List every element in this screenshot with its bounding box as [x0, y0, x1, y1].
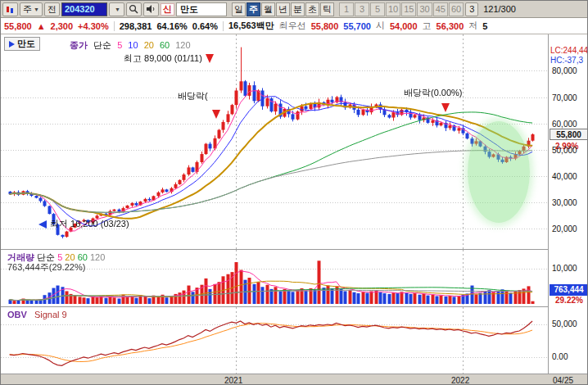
obv-panel: OBV Signal 9 [1, 306, 548, 374]
stock-name: 만도 [176, 2, 227, 16]
best-quote-label: 최우선 [279, 20, 306, 32]
minute-10-button[interactable]: 10 [386, 2, 400, 16]
period-minute-button[interactable]: 분 [291, 2, 305, 16]
minute-60-button[interactable]: 60 [449, 2, 464, 16]
lc-label: LC:244,44 [550, 46, 588, 55]
volume-current-text: 763,444주(29.22%) [7, 261, 85, 274]
year-label-2021: 2021 [224, 376, 242, 385]
code-dropdown-button[interactable]: ▼ [109, 2, 124, 16]
volume-panel: 거래량 단순 5 20 60 120 763,444주(29.22%) [1, 249, 548, 306]
price-axis-label: 70,000 [552, 93, 577, 102]
price-axis-label: 60,000 [552, 120, 577, 129]
obv-label: OBV [7, 310, 27, 319]
minute-preset-buttons: 1 3 5 10 15 30 45 60 [339, 2, 464, 16]
price-chart-canvas[interactable] [1, 34, 548, 249]
end-date-label: 04/25 [553, 376, 573, 385]
minute-5-button[interactable]: 5 [370, 2, 385, 16]
price-change: 2,300 [51, 21, 74, 31]
period-day-button[interactable]: 일 [232, 2, 246, 16]
up-arrow-icon: ▲ [37, 21, 46, 31]
price-legend: 종가 단순 5 10 20 60 120 [70, 39, 194, 52]
tick-count-button[interactable]: 3 [465, 2, 478, 16]
open-price: 54,000 [390, 21, 418, 31]
tab-arrow-icon [9, 41, 15, 48]
divider [223, 21, 224, 31]
obv-axis-label: 50,000 [552, 319, 577, 328]
best-bid: 55,700 [343, 21, 371, 31]
price-axis-label: 30,000 [552, 198, 577, 207]
period-tick-button[interactable]: 틱 [320, 2, 334, 16]
stock-chart-window: 주 ▼ 전 ▼ 신 만도 일 주 월 년 분 초 틱 1 3 5 10 15 3… [0, 0, 588, 385]
period-year-button[interactable]: 년 [276, 2, 290, 16]
current-volume-pct: 29.22% [555, 296, 583, 305]
bar-counter: 121/300 [483, 4, 516, 14]
legend-close-label: 종가 [70, 40, 88, 50]
ma5-label: 5 [117, 40, 122, 50]
legend-type-label: 단순 [93, 40, 111, 50]
minute-1-button[interactable]: 1 [339, 2, 354, 16]
current-volume-box: 763,444 [550, 284, 588, 296]
period-quick-select[interactable]: 주 ▼ [20, 2, 43, 16]
high-price: 56,300 [436, 21, 464, 31]
caret-down-icon: ▼ [34, 7, 39, 12]
time-axis-scrollbar[interactable]: 2021 2022 04/25 [1, 374, 588, 385]
ratio-2: 0.64% [192, 21, 218, 31]
obv-axis-label: 0.00 [552, 352, 568, 361]
exdiv-arrow-1-icon [212, 110, 220, 119]
exdiv-arrow-2-icon [441, 103, 450, 112]
price-change-pct: +4.30% [78, 21, 109, 31]
period-month-button[interactable]: 월 [261, 2, 275, 16]
minute-15-button[interactable]: 15 [401, 2, 416, 16]
minute-45-button[interactable]: 45 [433, 2, 448, 16]
period-second-button[interactable]: 초 [305, 2, 319, 16]
ma60-label: 60 [160, 40, 170, 50]
price-axis-label: 20,000 [552, 224, 577, 233]
price-axis-label: 40,000 [552, 172, 577, 181]
price-axis-label: 80,000 [552, 66, 577, 75]
ma10-label: 10 [128, 40, 138, 50]
ma20-label: 20 [144, 40, 154, 50]
stock-flag-badge: 신 [161, 3, 174, 16]
stock-tab[interactable]: 만도 [4, 37, 40, 51]
prev-button[interactable]: 전 [44, 2, 60, 16]
stock-code-input[interactable] [61, 2, 107, 16]
trade-amount: 16,563백만 [228, 20, 274, 32]
low-label: 저 [468, 20, 477, 32]
high-label: 고 [423, 20, 432, 32]
speaker-icon[interactable] [143, 2, 159, 16]
divider [114, 21, 115, 31]
chart-area: 만도 종가 단순 5 10 20 60 120 최고 89,000 (01/11… [1, 34, 588, 385]
current-price-box: 55,800 [550, 129, 588, 140]
period-quick-label: 주 [23, 5, 32, 14]
period-buttons: 일 주 월 년 분 초 틱 [232, 2, 334, 16]
obv-signal-label: Signal 9 [34, 310, 67, 319]
ma120-label: 120 [175, 40, 190, 50]
year-label-2022: 2022 [451, 376, 469, 385]
period-week-button[interactable]: 주 [247, 2, 260, 16]
main-toolbar: 주 ▼ 전 ▼ 신 만도 일 주 월 년 분 초 틱 1 3 5 10 15 3… [1, 1, 587, 18]
low-price: 5 [482, 21, 487, 31]
price-axis-label: 50,000 [552, 146, 577, 155]
search-icon[interactable] [126, 2, 142, 16]
ratio-1: 64.16% [156, 21, 187, 31]
hc-label: HC:-37,3 [550, 56, 583, 65]
right-axis: LC:244,44 HC:-37,3 55,800 2.99% 763,444 … [548, 34, 588, 374]
quote-bar: 55,800 ▲ 2,300 +4.30% 298,381 64.16% 0.6… [1, 18, 587, 34]
best-ask: 55,800 [311, 21, 339, 31]
obv-chart-canvas[interactable] [1, 307, 548, 374]
volume-axis-label: 10,000 [552, 264, 577, 273]
volume-value: 298,381 [120, 21, 152, 31]
current-price: 55,800 [4, 21, 32, 31]
vma120-label: 120 [90, 252, 105, 262]
open-label: 시 [376, 20, 385, 32]
caret-down-icon: ▼ [115, 7, 120, 12]
mini-chart-icon[interactable] [2, 2, 18, 16]
price-panel: 만도 종가 단순 5 10 20 60 120 최고 89,000 (01/11… [1, 34, 548, 249]
minute-3-button[interactable]: 3 [355, 2, 369, 16]
stock-tab-label: 만도 [17, 38, 35, 50]
candlestick-glyph [6, 5, 15, 14]
obv-legend: OBV Signal 9 [7, 310, 67, 319]
minute-30-button[interactable]: 30 [417, 2, 432, 16]
